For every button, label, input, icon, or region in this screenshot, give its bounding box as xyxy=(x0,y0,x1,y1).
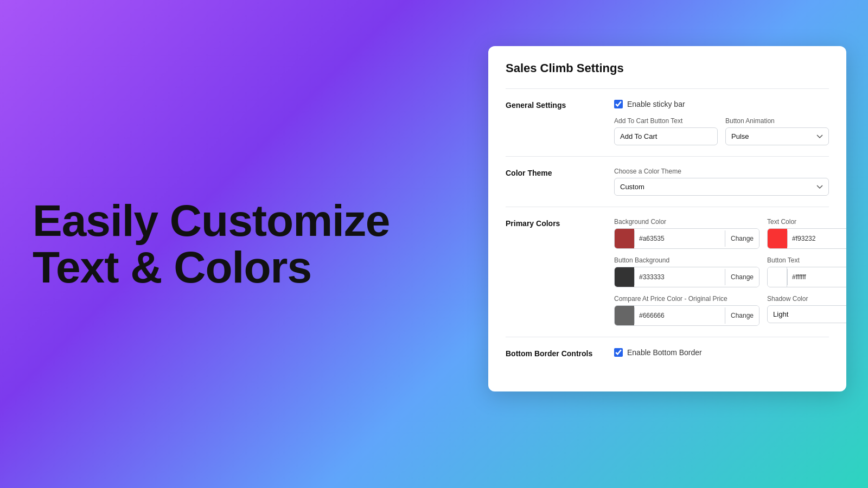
button-background-change-btn[interactable]: Change xyxy=(725,267,759,287)
button-background-label: Button Background xyxy=(614,256,760,264)
settings-panel: Sales Climb Settings General Settings En… xyxy=(488,46,846,391)
general-settings-label: General Settings xyxy=(506,100,614,145)
primary-colors-section: Primary Colors Background Color Change T… xyxy=(506,207,829,337)
enable-sticky-bar-checkbox[interactable] xyxy=(614,100,623,108)
color-theme-group: Choose a Color Theme Custom Light Dark B… xyxy=(614,168,829,196)
add-to-cart-label: Add To Cart Button Text xyxy=(614,117,718,125)
button-text-row: Change xyxy=(767,267,846,287)
compare-price-swatch xyxy=(615,306,634,325)
button-text-swatch xyxy=(768,267,787,287)
general-settings-section: General Settings Enable sticky bar Add T… xyxy=(506,88,829,156)
bottom-border-section: Bottom Border Controls Enable Bottom Bor… xyxy=(506,337,829,376)
shadow-color-label: Shadow Color xyxy=(767,295,846,303)
hero-title: Easily Customize Text & Colors xyxy=(33,197,401,291)
color-theme-label: Color Theme xyxy=(506,168,614,196)
button-background-swatch xyxy=(615,267,634,287)
background-color-label: Background Color xyxy=(614,218,760,226)
background-color-swatch xyxy=(615,229,634,248)
compare-price-group: Compare At Price Color - Original Price … xyxy=(614,295,760,326)
bottom-border-row: Enable Bottom Border xyxy=(614,348,829,357)
button-background-hex[interactable] xyxy=(634,269,725,285)
text-color-label: Text Color xyxy=(767,218,846,226)
color-theme-section: Color Theme Choose a Color Theme Custom … xyxy=(506,156,829,207)
color-grid: Background Color Change Text Color Chang… xyxy=(614,218,846,326)
button-text-label: Button Text xyxy=(767,256,846,264)
compare-price-hex[interactable] xyxy=(634,307,725,324)
sticky-bar-label: Enable sticky bar xyxy=(627,100,685,108)
button-text-group: Button Text Change xyxy=(767,256,846,287)
add-to-cart-input[interactable] xyxy=(614,127,718,145)
text-color-hex[interactable] xyxy=(787,230,846,247)
button-background-group: Button Background Change xyxy=(614,256,760,287)
sticky-bar-row: Enable sticky bar xyxy=(614,100,829,108)
bottom-border-label: Bottom Border Controls xyxy=(506,348,614,365)
background-color-hex[interactable] xyxy=(634,230,725,247)
bottom-border-enable-label: Enable Bottom Border xyxy=(627,348,702,357)
primary-colors-content: Background Color Change Text Color Chang… xyxy=(614,218,846,326)
panel-title: Sales Climb Settings xyxy=(506,61,829,75)
text-color-row: Change xyxy=(767,228,846,249)
color-theme-content: Choose a Color Theme Custom Light Dark B… xyxy=(614,168,829,196)
background-color-group: Background Color Change xyxy=(614,218,760,249)
compare-price-change-btn[interactable]: Change xyxy=(725,306,759,325)
button-animation-group: Button Animation Pulse Bounce Shake None xyxy=(725,117,829,145)
general-settings-form: Add To Cart Button Text Button Animation… xyxy=(614,117,829,145)
button-background-row: Change xyxy=(614,267,760,287)
general-settings-content: Enable sticky bar Add To Cart Button Tex… xyxy=(614,100,829,145)
button-animation-select[interactable]: Pulse Bounce Shake None xyxy=(725,127,829,145)
text-color-swatch xyxy=(768,229,787,248)
text-color-group: Text Color Change xyxy=(767,218,846,249)
button-text-hex[interactable] xyxy=(787,269,846,285)
background-color-row: Change xyxy=(614,228,760,249)
shadow-color-select[interactable]: Light Dark None xyxy=(767,305,846,323)
primary-colors-label: Primary Colors xyxy=(506,218,614,326)
add-to-cart-group: Add To Cart Button Text xyxy=(614,117,718,145)
color-theme-choose-label: Choose a Color Theme xyxy=(614,168,829,175)
button-animation-label: Button Animation xyxy=(725,117,829,125)
color-theme-select[interactable]: Custom Light Dark Blue Green Red xyxy=(614,178,829,196)
background-color-change-btn[interactable]: Change xyxy=(725,229,759,248)
enable-bottom-border-checkbox[interactable] xyxy=(614,348,623,357)
compare-price-row: Change xyxy=(614,305,760,326)
bottom-border-content: Enable Bottom Border xyxy=(614,348,829,365)
hero-section: Easily Customize Text & Colors xyxy=(33,197,401,291)
compare-price-label: Compare At Price Color - Original Price xyxy=(614,295,760,303)
shadow-color-group: Shadow Color Light Dark None xyxy=(767,295,846,326)
